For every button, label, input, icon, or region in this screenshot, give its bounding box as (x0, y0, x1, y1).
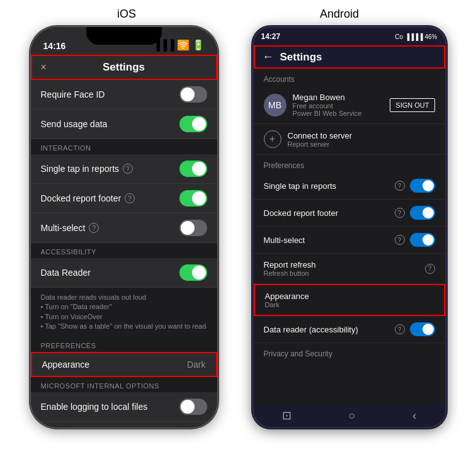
android-status-bar: 14:27 Co ▐▐▐▐ 46% (254, 28, 445, 45)
android-docked-toggle[interactable] (410, 206, 435, 220)
android-multiselect-right: ? (395, 233, 435, 247)
android-single-tap-label: Single tap in reports (264, 181, 337, 191)
android-plus-icon: + (264, 130, 281, 148)
ios-usage-row[interactable]: Send usage data (31, 110, 217, 139)
android-refresh-row[interactable]: Report refresh Refresh button ? (254, 254, 445, 284)
android-data-reader-right: ? (395, 322, 435, 336)
android-nav-bar: ⊡ ○ ‹ (254, 404, 445, 427)
ios-data-reader-toggle[interactable] (179, 264, 207, 281)
android-preferences-header: Preferences (254, 155, 445, 173)
ios-usage-label: Send usage data (41, 119, 108, 129)
android-privacy-header: Privacy and Security (254, 343, 445, 361)
ios-microsoft-header: MICROSOFT INTERNAL OPTIONS (31, 377, 217, 392)
ios-notch (86, 27, 162, 45)
ios-single-tap-label: Single tap in reports ? (41, 164, 133, 174)
android-settings-header: ← Settings (254, 45, 445, 69)
ios-accessibility-header: ACCESSIBILITY (31, 243, 217, 258)
ios-multiselect-row[interactable]: Multi-select ? (31, 213, 217, 243)
ios-diagnostic-row[interactable]: Send diagnostic information (31, 422, 217, 427)
ios-multiselect-toggle[interactable] (179, 220, 207, 236)
android-connect-row[interactable]: + Connect to server Report server (254, 124, 445, 155)
ios-docked-footer-toggle[interactable] (179, 190, 207, 207)
android-refresh-info: Report refresh Refresh button (264, 260, 316, 277)
ios-phone: 14:16 ▐▐▐ 🛜 🔋 × Settings Require Face ID… (30, 26, 218, 429)
android-time: 14:27 (261, 32, 281, 41)
android-battery-text: 46% (424, 33, 437, 40)
wifi-icon: 🛜 (177, 39, 190, 51)
android-docked-footer-label: Docked report footer (264, 208, 339, 218)
android-account-left: MB Megan Bowen Free account Power BI Web… (264, 93, 362, 117)
single-tap-help-icon[interactable]: ? (123, 164, 133, 174)
android-nav-home[interactable]: ○ (349, 409, 356, 422)
android-docked-right: ? (395, 206, 435, 220)
android-account-name: Megan Bowen (293, 93, 362, 102)
android-multiselect-row[interactable]: Multi-select ? (254, 227, 445, 254)
ios-data-reader-note: Data reader reads visuals out loud • Tur… (31, 288, 217, 337)
android-nav-back[interactable]: ‹ (412, 409, 416, 422)
multiselect-help-icon[interactable]: ? (89, 223, 99, 233)
ios-single-tap-toggle[interactable] (179, 161, 207, 177)
ios-logging-label: Enable logging to local files (41, 402, 148, 412)
ios-status-icons: ▐▐▐ 🛜 🔋 (152, 39, 204, 51)
ios-screen: 14:16 ▐▐▐ 🛜 🔋 × Settings Require Face ID… (31, 27, 217, 427)
android-multiselect-help[interactable]: ? (395, 235, 405, 245)
ios-appearance-value: Dark (187, 359, 206, 370)
android-single-tap-right: ? (395, 179, 435, 193)
android-refresh-help[interactable]: ? (425, 264, 435, 274)
ios-interaction-header: INTERACTION (31, 139, 217, 154)
android-single-tap-toggle[interactable] (410, 179, 435, 193)
ios-preferences-header: PREFERENCES (31, 337, 217, 352)
ios-time: 14:16 (43, 41, 66, 51)
docked-footer-help-icon[interactable]: ? (125, 193, 135, 203)
ios-data-reader-label: Data Reader (41, 268, 91, 278)
android-label: Android (320, 8, 359, 21)
android-screen: 14:27 Co ▐▐▐▐ 46% ← Settings Accounts MB (254, 28, 445, 427)
ios-multiselect-label: Multi-select ? (41, 223, 99, 233)
android-account-type: Free account (293, 102, 362, 110)
android-data-reader-label: Data reader (accessibility) (264, 325, 358, 334)
android-connect-sub: Report server (288, 140, 353, 148)
android-docked-help[interactable]: ? (395, 208, 405, 218)
ios-usage-toggle[interactable] (179, 116, 207, 132)
ios-header-title: Settings (103, 61, 145, 74)
android-sign-out-button[interactable]: SIGN OUT (390, 98, 434, 112)
android-co-icon: Co (395, 33, 403, 40)
android-appearance-info: Appearance Dark (265, 291, 309, 308)
android-data-reader-toggle[interactable] (410, 322, 435, 336)
battery-icon: 🔋 (192, 39, 205, 51)
ios-logging-toggle[interactable] (179, 399, 207, 415)
ios-faceid-row[interactable]: Require Face ID (31, 80, 217, 110)
ios-faceid-toggle[interactable] (179, 86, 207, 103)
android-connect-left: + Connect to server Report server (264, 130, 353, 148)
android-refresh-label: Report refresh (264, 260, 316, 269)
android-data-reader-row[interactable]: Data reader (accessibility) ? (254, 316, 445, 343)
android-phone: 14:27 Co ▐▐▐▐ 46% ← Settings Accounts MB (252, 26, 447, 429)
ios-settings-header: × Settings (31, 55, 217, 80)
android-single-tap-row[interactable]: Single tap in reports ? (254, 173, 445, 200)
android-single-tap-help[interactable]: ? (395, 181, 405, 191)
ios-single-tap-row[interactable]: Single tap in reports ? (31, 154, 217, 184)
ios-close-button[interactable]: × (41, 62, 47, 73)
android-data-reader-help[interactable]: ? (395, 324, 405, 334)
android-appearance-row[interactable]: Appearance Dark (254, 284, 445, 316)
android-refresh-sub: Refresh button (264, 269, 316, 277)
android-multiselect-label: Multi-select (264, 235, 305, 245)
ios-logging-row[interactable]: Enable logging to local files (31, 392, 217, 422)
android-header-title: Settings (280, 51, 322, 64)
android-multiselect-toggle[interactable] (410, 233, 435, 247)
android-connect-info: Connect to server Report server (288, 131, 353, 148)
ios-data-reader-row[interactable]: Data Reader (31, 258, 217, 288)
ios-docked-footer-row[interactable]: Docked report footer ? (31, 184, 217, 213)
android-docked-footer-row[interactable]: Docked report footer ? (254, 200, 445, 227)
ios-appearance-row[interactable]: Appearance Dark (31, 352, 217, 377)
android-accounts-header: Accounts (254, 69, 445, 86)
android-status-icons: Co ▐▐▐▐ 46% (395, 33, 437, 40)
android-appearance-label: Appearance (265, 291, 309, 301)
ios-docked-footer-label: Docked report footer ? (41, 193, 135, 203)
android-account-row[interactable]: MB Megan Bowen Free account Power BI Web… (254, 86, 445, 124)
android-nav-recent[interactable]: ⊡ (282, 409, 292, 422)
android-account-info: Megan Bowen Free account Power BI Web Se… (293, 93, 362, 117)
android-back-button[interactable]: ← (263, 50, 274, 64)
android-connect-name: Connect to server (288, 131, 353, 140)
android-signal-icon: ▐▐▐▐ (405, 33, 422, 40)
